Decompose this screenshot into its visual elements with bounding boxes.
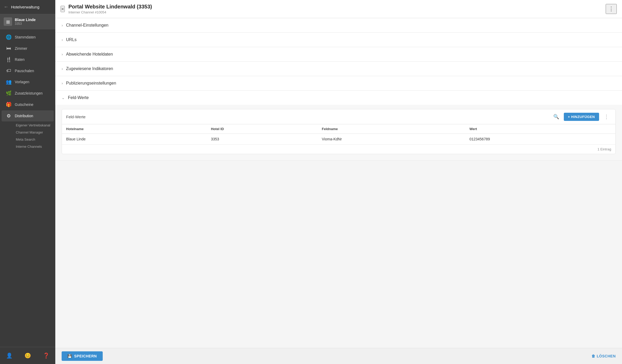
main-panel: × Portal Website Lindenwald (3353) Inter… xyxy=(55,0,622,364)
sidebar-item-interne-channels[interactable]: Interne Channels xyxy=(13,143,55,150)
accordion-header-channel-einstellungen[interactable]: › Channel-Einstellungen xyxy=(55,18,622,32)
hotel-block[interactable]: ▦ Blaue Linde 3353 xyxy=(0,14,55,29)
help-icon[interactable]: ❓ xyxy=(41,350,52,361)
search-button[interactable]: 🔍 xyxy=(551,113,561,121)
save-icon: 💾 xyxy=(67,354,72,358)
bed-icon: 🛏 xyxy=(6,46,12,51)
cell-feldname: Vioma-KdNr xyxy=(318,134,465,145)
sidebar-footer: 👤 😊 ❓ xyxy=(0,347,55,364)
feld-werte-toolbar: Feld-Werte 🔍 + HINZUFÜGEN ⋮ xyxy=(62,109,615,124)
action-bar: 💾 SPEICHERN 🗑 LÖSCHEN xyxy=(55,348,622,364)
sidebar-item-label: Vorlagen xyxy=(15,80,29,84)
cell-hotelname: Blaue Linde xyxy=(62,134,207,145)
globe-icon: 🌐 xyxy=(6,34,12,40)
save-label: SPEICHERN xyxy=(74,354,97,358)
sidebar-item-label: Gutscheine xyxy=(15,102,33,107)
sidebar-header: ← Hotelverwaltung xyxy=(0,0,55,14)
panel-header: × Portal Website Lindenwald (3353) Inter… xyxy=(55,0,622,18)
accordion-section-channel-einstellungen: › Channel-Einstellungen xyxy=(55,18,622,33)
delete-icon: 🗑 xyxy=(591,354,595,358)
sidebar-item-vorlagen[interactable]: 👥 Vorlagen xyxy=(2,76,54,87)
tag-icon: 🏷 xyxy=(6,68,12,73)
more-icon: ⋮ xyxy=(604,114,609,120)
accordion-header-urls[interactable]: › URLs xyxy=(55,33,622,47)
accordion-label: Feld-Werte xyxy=(68,95,89,100)
fork-icon: 🍴 xyxy=(6,57,12,62)
close-button[interactable]: × xyxy=(61,6,65,12)
more-options-button[interactable]: ⋮ xyxy=(602,112,611,121)
smiley-icon[interactable]: 😊 xyxy=(22,350,33,361)
save-button[interactable]: 💾 SPEICHERN xyxy=(62,351,103,361)
accordion-section-zugewiesene-indikatoren: › Zugewiesene Indikatoren xyxy=(55,62,622,76)
sidebar-item-gutscheine[interactable]: 🎁 Gutscheine xyxy=(2,99,54,110)
sidebar: ← Hotelverwaltung ▦ Blaue Linde 3353 🌐 S… xyxy=(0,0,55,364)
chevron-right-icon: › xyxy=(62,52,63,56)
accordion-header-publizierungseinstellungen[interactable]: › Publizierungseinstellungen xyxy=(55,76,622,90)
accordion-label: URLs xyxy=(66,37,77,42)
chevron-right-icon: › xyxy=(62,23,63,27)
sidebar-item-meta-search[interactable]: Meta Search xyxy=(13,136,55,143)
back-icon[interactable]: ← xyxy=(4,4,8,10)
sidebar-item-label: Pauschalen xyxy=(15,69,34,73)
accordion-label: Abweichende Hoteldaten xyxy=(66,52,113,57)
sidebar-item-label: Zusatzleistungen xyxy=(15,91,43,95)
sidebar-item-zusatzleistungen[interactable]: 🌿 Zusatzleistungen xyxy=(2,88,54,99)
accordion-section-abweichende-hoteldaten: › Abweichende Hoteldaten xyxy=(55,47,622,62)
sidebar-item-eigener-vertriebskanal[interactable]: Eigener Vertriebskanal xyxy=(13,122,55,129)
accordion-label: Publizierungseinstellungen xyxy=(66,81,116,86)
delete-label: LÖSCHEN xyxy=(597,354,616,358)
sidebar-item-label: Zimmer xyxy=(15,46,27,51)
feld-werte-card-title: Feld-Werte xyxy=(66,115,549,119)
templates-icon: 👥 xyxy=(6,79,12,85)
col-feldname: Feldname xyxy=(318,124,465,134)
feld-werte-card: Feld-Werte 🔍 + HINZUFÜGEN ⋮ H xyxy=(62,109,616,154)
sidebar-item-stammdaten[interactable]: 🌐 Stammdaten xyxy=(2,32,54,43)
col-hotelname: Hotelname xyxy=(62,124,207,134)
sidebar-title: Hotelverwaltung xyxy=(11,5,40,9)
col-wert: Wert xyxy=(465,124,615,134)
panel-title: Portal Website Lindenwald (3353) xyxy=(68,4,602,10)
accordion-header-zugewiesene-indikatoren[interactable]: › Zugewiesene Indikatoren xyxy=(55,62,622,76)
delete-button[interactable]: 🗑 LÖSCHEN xyxy=(591,354,616,358)
distribution-icon: ⚙ xyxy=(6,113,12,119)
hotel-name: Blaue Linde xyxy=(15,18,36,22)
gift-icon: 🎁 xyxy=(6,102,12,107)
sidebar-item-label: Distribution xyxy=(15,114,33,118)
sidebar-item-zimmer[interactable]: 🛏 Zimmer xyxy=(2,43,54,54)
cell-wert: 0123456789 xyxy=(465,134,615,145)
table-row[interactable]: Blaue Linde 3353 Vioma-KdNr 0123456789 xyxy=(62,134,615,145)
panel-menu-button[interactable]: ⋮ xyxy=(606,4,617,14)
sidebar-item-pauschalen[interactable]: 🏷 Pauschalen xyxy=(2,65,54,76)
accordion-section-feld-werte: ⌄ Feld-Werte Feld-Werte 🔍 + HINZUFÜGEN ⋮ xyxy=(55,91,622,161)
accordion-header-feld-werte[interactable]: ⌄ Feld-Werte xyxy=(55,91,622,105)
sidebar-sub-nav: Eigener Vertriebskanal Channel Manager M… xyxy=(0,122,55,150)
user-icon[interactable]: 👤 xyxy=(4,350,15,361)
sidebar-item-label: Raten xyxy=(15,57,24,62)
cell-hotel-id: 3353 xyxy=(207,134,318,145)
accordion-section-urls: › URLs xyxy=(55,33,622,47)
accordion-label: Channel-Einstellungen xyxy=(66,23,108,28)
search-icon: 🔍 xyxy=(553,114,559,119)
add-button[interactable]: + HINZUFÜGEN xyxy=(564,113,599,121)
chevron-right-icon: › xyxy=(62,81,63,85)
hotel-icon: ▦ xyxy=(4,17,12,26)
chevron-right-icon: › xyxy=(62,67,63,71)
accordion-label: Zugewiesene Indikatoren xyxy=(66,66,113,71)
accordion-section-publizierungseinstellungen: › Publizierungseinstellungen xyxy=(55,76,622,91)
hotel-info: Blaue Linde 3353 xyxy=(15,18,36,26)
chevron-down-icon: ⌄ xyxy=(62,96,65,100)
table-footer: 1 Eintrag xyxy=(62,144,615,154)
panel-subtitle: Interner Channel #10054 xyxy=(68,10,602,14)
accordion-header-abweichende-hoteldaten[interactable]: › Abweichende Hoteldaten xyxy=(55,47,622,61)
hotel-id: 3353 xyxy=(15,22,36,26)
sidebar-item-label: Stammdaten xyxy=(15,35,36,39)
sidebar-item-channel-manager[interactable]: Channel Manager xyxy=(13,129,55,136)
feld-werte-table: Hotelname Hotel ID Feldname Wert Blaue L… xyxy=(62,124,615,144)
sidebar-item-raten[interactable]: 🍴 Raten xyxy=(2,54,54,65)
panel-body: › Channel-Einstellungen › URLs › Abweich… xyxy=(55,18,622,348)
sidebar-item-distribution[interactable]: ⚙ Distribution xyxy=(2,110,54,121)
leaf-icon: 🌿 xyxy=(6,90,12,96)
chevron-right-icon: › xyxy=(62,38,63,42)
sidebar-nav: 🌐 Stammdaten 🛏 Zimmer 🍴 Raten 🏷 Pauschal… xyxy=(0,29,55,347)
feld-werte-content: Feld-Werte 🔍 + HINZUFÜGEN ⋮ H xyxy=(55,105,622,160)
